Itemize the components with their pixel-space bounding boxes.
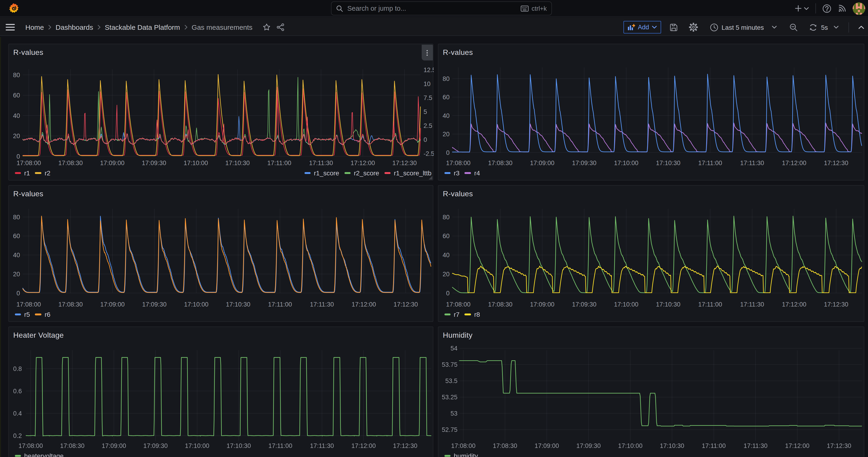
svg-text:7.5: 7.5	[424, 94, 432, 101]
svg-text:17:10:30: 17:10:30	[226, 301, 250, 308]
svg-text:17:09:30: 17:09:30	[572, 301, 596, 308]
svg-text:40: 40	[13, 112, 20, 119]
svg-text:17:08:00: 17:08:00	[19, 443, 43, 449]
svg-text:17:11:00: 17:11:00	[698, 301, 722, 308]
svg-text:12.5: 12.5	[424, 66, 434, 73]
svg-text:17:12:00: 17:12:00	[350, 159, 375, 166]
svg-text:20: 20	[13, 271, 20, 278]
svg-text:17:10:30: 17:10:30	[660, 443, 684, 449]
svg-text:17:10:00: 17:10:00	[184, 301, 209, 308]
svg-text:17:12:00: 17:12:00	[782, 301, 806, 308]
svg-text:17:12:30: 17:12:30	[394, 301, 418, 308]
svg-text:17:12:30: 17:12:30	[824, 301, 848, 308]
svg-text:17:12:00: 17:12:00	[351, 301, 376, 308]
svg-text:17:12:00: 17:12:00	[785, 443, 809, 449]
svg-text:40: 40	[13, 252, 20, 258]
svg-text:17:11:30: 17:11:30	[740, 159, 764, 166]
svg-text:20: 20	[443, 271, 450, 278]
svg-text:40: 40	[443, 252, 450, 258]
svg-text:17:08:30: 17:08:30	[60, 443, 84, 449]
svg-text:17:12:00: 17:12:00	[351, 443, 376, 449]
svg-text:17:11:30: 17:11:30	[744, 443, 768, 449]
svg-text:17:11:00: 17:11:00	[268, 443, 292, 449]
svg-text:80: 80	[13, 214, 20, 221]
svg-text:0.4: 0.4	[13, 410, 22, 417]
svg-text:17:08:30: 17:08:30	[493, 443, 517, 449]
svg-text:17:08:00: 17:08:00	[446, 301, 470, 308]
svg-text:17:11:30: 17:11:30	[310, 443, 334, 449]
svg-text:17:10:00: 17:10:00	[618, 443, 643, 449]
svg-text:17:09:00: 17:09:00	[535, 443, 559, 449]
svg-text:17:09:30: 17:09:30	[142, 301, 166, 308]
svg-text:53.25: 53.25	[442, 394, 458, 401]
svg-text:17:08:00: 17:08:00	[17, 301, 41, 308]
svg-text:17:12:30: 17:12:30	[393, 443, 417, 449]
svg-text:17:09:30: 17:09:30	[143, 443, 167, 449]
svg-text:10: 10	[424, 81, 431, 87]
svg-text:17:08:30: 17:08:30	[488, 159, 512, 166]
svg-text:54: 54	[451, 345, 458, 352]
svg-text:0: 0	[17, 153, 20, 160]
svg-text:53: 53	[451, 410, 458, 417]
svg-text:17:09:00: 17:09:00	[100, 159, 124, 166]
svg-text:17:09:00: 17:09:00	[530, 301, 554, 308]
svg-text:53.5: 53.5	[445, 377, 458, 385]
svg-text:60: 60	[443, 233, 450, 240]
svg-text:17:11:00: 17:11:00	[698, 159, 722, 166]
svg-text:80: 80	[13, 72, 20, 79]
svg-text:-2.5: -2.5	[424, 150, 434, 157]
svg-text:17:12:30: 17:12:30	[824, 159, 848, 166]
svg-text:17:08:00: 17:08:00	[446, 159, 470, 166]
svg-text:0.6: 0.6	[13, 388, 22, 395]
svg-text:0: 0	[17, 290, 20, 297]
svg-text:17:10:30: 17:10:30	[225, 159, 250, 166]
svg-text:17:08:30: 17:08:30	[58, 159, 83, 166]
svg-text:17:12:00: 17:12:00	[782, 159, 806, 166]
svg-text:17:10:30: 17:10:30	[656, 159, 680, 166]
svg-text:60: 60	[13, 92, 20, 99]
svg-text:0: 0	[446, 290, 450, 297]
svg-text:17:08:30: 17:08:30	[488, 301, 512, 308]
svg-text:17:10:00: 17:10:00	[184, 159, 208, 166]
svg-text:17:09:00: 17:09:00	[530, 159, 554, 166]
svg-text:17:09:30: 17:09:30	[576, 443, 601, 449]
svg-text:2.5: 2.5	[424, 122, 432, 129]
svg-text:17:09:30: 17:09:30	[142, 159, 166, 166]
svg-text:17:12:30: 17:12:30	[827, 443, 851, 449]
svg-text:53.75: 53.75	[442, 361, 458, 368]
svg-text:17:08:30: 17:08:30	[58, 301, 83, 308]
svg-text:17:11:30: 17:11:30	[310, 301, 334, 308]
svg-text:0.8: 0.8	[13, 365, 22, 372]
svg-text:17:10:00: 17:10:00	[614, 301, 638, 308]
svg-text:17:11:30: 17:11:30	[740, 301, 764, 308]
svg-text:17:10:30: 17:10:30	[226, 443, 251, 449]
svg-text:60: 60	[443, 94, 450, 101]
svg-text:17:11:00: 17:11:00	[268, 301, 292, 308]
svg-text:17:10:30: 17:10:30	[656, 301, 680, 308]
svg-text:17:09:00: 17:09:00	[101, 443, 126, 449]
svg-text:80: 80	[443, 214, 450, 221]
svg-text:0: 0	[424, 136, 427, 143]
svg-text:17:08:00: 17:08:00	[17, 159, 41, 166]
svg-text:80: 80	[443, 75, 450, 82]
svg-text:17:09:30: 17:09:30	[572, 159, 596, 166]
svg-text:5: 5	[424, 109, 427, 115]
svg-text:0: 0	[446, 149, 450, 156]
svg-text:0.2: 0.2	[13, 432, 22, 439]
svg-text:17:09:00: 17:09:00	[100, 301, 125, 308]
svg-text:17:10:00: 17:10:00	[185, 443, 209, 449]
svg-text:17:12:30: 17:12:30	[393, 159, 417, 166]
svg-text:52.75: 52.75	[442, 426, 458, 433]
svg-text:17:11:00: 17:11:00	[267, 159, 291, 166]
svg-text:20: 20	[13, 132, 20, 140]
svg-text:40: 40	[443, 112, 450, 119]
svg-text:17:08:00: 17:08:00	[451, 443, 475, 449]
svg-text:17:11:30: 17:11:30	[309, 159, 333, 166]
svg-text:17:11:00: 17:11:00	[702, 443, 726, 449]
svg-text:20: 20	[443, 131, 450, 138]
svg-text:17:10:00: 17:10:00	[614, 159, 638, 166]
svg-text:60: 60	[13, 233, 20, 240]
